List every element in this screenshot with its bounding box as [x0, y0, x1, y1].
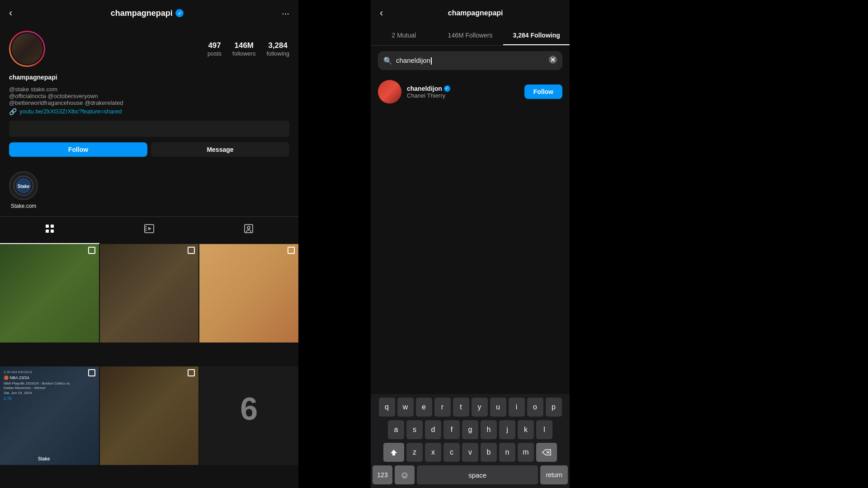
search-input[interactable]: chaneldijon	[396, 56, 545, 65]
followers-label: followers	[232, 50, 255, 57]
profile-section: 497 posts 146M followers 3,284 following…	[0, 26, 298, 171]
key-i[interactable]: i	[509, 398, 525, 417]
grid-item[interactable]	[100, 244, 199, 343]
video-icon	[144, 223, 155, 237]
svg-rect-5	[46, 230, 49, 233]
result-follow-button[interactable]: Follow	[524, 84, 562, 99]
tab-grid[interactable]	[0, 217, 99, 244]
key-a[interactable]: a	[388, 420, 404, 439]
key-f[interactable]: f	[443, 420, 460, 439]
key-p[interactable]: p	[546, 398, 562, 417]
more-options-button[interactable]: ···	[282, 8, 289, 19]
svg-rect-3	[46, 225, 49, 228]
emoji-key[interactable]: ☺	[395, 465, 415, 484]
search-bar[interactable]: 🔍 chaneldijon	[378, 51, 562, 70]
bio-name: champagnepapi	[9, 73, 289, 82]
posts-count: 497	[208, 41, 221, 50]
key-y[interactable]: y	[472, 398, 488, 417]
right-tabs: 2 Mutual 146M Followers 3,284 Following	[371, 26, 570, 46]
result-username: chaneldijon ✓	[407, 85, 519, 92]
search-result-item[interactable]: chaneldijon ✓ Chanel Thierry Follow	[371, 75, 570, 108]
numbers-key[interactable]: 123	[373, 465, 392, 484]
message-button[interactable]: Message	[151, 142, 289, 157]
key-l[interactable]: l	[536, 420, 552, 439]
left-panel: ‹ champagnepapi ✓ ··· 497 posts 146M	[0, 0, 298, 488]
link-icon: 🔗	[9, 108, 17, 115]
key-d[interactable]: d	[425, 420, 441, 439]
key-m[interactable]: m	[518, 443, 534, 462]
stake-logo: Stake	[14, 176, 33, 196]
svg-marker-8	[148, 227, 151, 230]
tab-following[interactable]: 3,284 Following	[503, 26, 570, 45]
key-k[interactable]: k	[518, 420, 534, 439]
key-b[interactable]: b	[481, 443, 497, 462]
action-buttons: Follow Message	[9, 142, 289, 157]
grid-item[interactable]: 2:05 AM 6/6/2024 🏀 NBA 23/24 NBA Playoff…	[0, 366, 99, 465]
photo-grid: 2:05 AM 6/6/2024 🏀 NBA 23/24 NBA Playoff…	[0, 244, 298, 488]
right-back-button[interactable]: ‹	[380, 7, 383, 19]
svg-text:Stake: Stake	[18, 184, 30, 189]
key-h[interactable]: h	[481, 420, 497, 439]
tab-tagged[interactable]	[199, 217, 298, 244]
grid-item[interactable]	[199, 244, 298, 343]
follow-button[interactable]: Follow	[9, 142, 147, 157]
result-info: chaneldijon ✓ Chanel Thierry	[407, 85, 519, 99]
followers-stat[interactable]: 146M followers	[232, 41, 255, 57]
highlight-stake[interactable]: Stake Stake.com	[9, 171, 38, 209]
avatar[interactable]	[9, 31, 45, 67]
key-t[interactable]: t	[453, 398, 469, 417]
tagged-icon	[243, 223, 254, 237]
tab-mutual[interactable]: 2 Mutual	[371, 26, 437, 45]
key-q[interactable]: q	[379, 398, 395, 417]
key-x[interactable]: x	[425, 443, 441, 462]
highlights-section: Stake Stake.com	[0, 171, 298, 216]
posts-stat[interactable]: 497 posts	[208, 41, 222, 57]
stats-row: 497 posts 146M followers 3,284 following	[54, 41, 289, 57]
return-key[interactable]: return	[540, 465, 568, 484]
key-w[interactable]: w	[397, 398, 414, 417]
key-r[interactable]: r	[434, 398, 451, 417]
right-header: ‹ champagnepapi	[371, 0, 570, 26]
svg-rect-6	[51, 230, 54, 233]
back-button[interactable]: ‹	[9, 7, 12, 19]
svg-text:Stake: Stake	[38, 456, 50, 461]
key-g[interactable]: g	[462, 420, 478, 439]
stake-watermark: Stake	[38, 455, 61, 462]
profile-header: ‹ champagnepapi ✓ ···	[0, 0, 298, 26]
tab-followers[interactable]: 146M Followers	[437, 26, 504, 45]
grid-item[interactable]: 6	[199, 366, 298, 465]
profile-username: champagnepapi ✓	[111, 9, 184, 18]
search-clear-button[interactable]	[549, 56, 557, 66]
grid-item[interactable]	[100, 366, 199, 465]
grid-icon	[44, 223, 55, 237]
result-avatar	[378, 80, 401, 103]
bio-handles: @stake stake.com @officialnocta @october…	[9, 86, 289, 106]
key-c[interactable]: c	[443, 443, 460, 462]
key-v[interactable]: v	[462, 443, 478, 462]
shift-key[interactable]	[383, 443, 404, 462]
cursor	[431, 57, 432, 65]
key-j[interactable]: j	[499, 420, 515, 439]
tab-video[interactable]	[99, 217, 199, 244]
keyboard-row-1: q w e r t y u i o p	[373, 398, 568, 417]
key-z[interactable]: z	[406, 443, 423, 462]
content-tabs	[0, 216, 298, 244]
key-u[interactable]: u	[490, 398, 506, 417]
results-empty-area	[371, 108, 570, 394]
following-count: 3,284	[268, 41, 288, 50]
backspace-key[interactable]	[536, 443, 557, 462]
key-n[interactable]: n	[499, 443, 515, 462]
grid-text-overlay: 2:05 AM 6/6/2024 🏀 NBA 23/24 NBA Playoff…	[4, 370, 70, 402]
space-key[interactable]: space	[417, 465, 538, 484]
keyboard-row-3: z x c v b n m	[373, 443, 568, 462]
posts-label: posts	[208, 50, 222, 57]
right-panel: ‹ champagnepapi 2 Mutual 146M Followers …	[371, 0, 570, 488]
grid-item[interactable]	[0, 244, 99, 343]
following-stat[interactable]: 3,284 following	[266, 41, 289, 57]
bio-link[interactable]: 🔗 youtu.be/ZkXG3ZrXlbc?feature=shared	[9, 108, 289, 115]
key-e[interactable]: e	[416, 398, 432, 417]
right-panel-title: champagnepapi	[390, 9, 561, 17]
key-o[interactable]: o	[527, 398, 543, 417]
svg-rect-4	[51, 225, 54, 228]
key-s[interactable]: s	[406, 420, 423, 439]
